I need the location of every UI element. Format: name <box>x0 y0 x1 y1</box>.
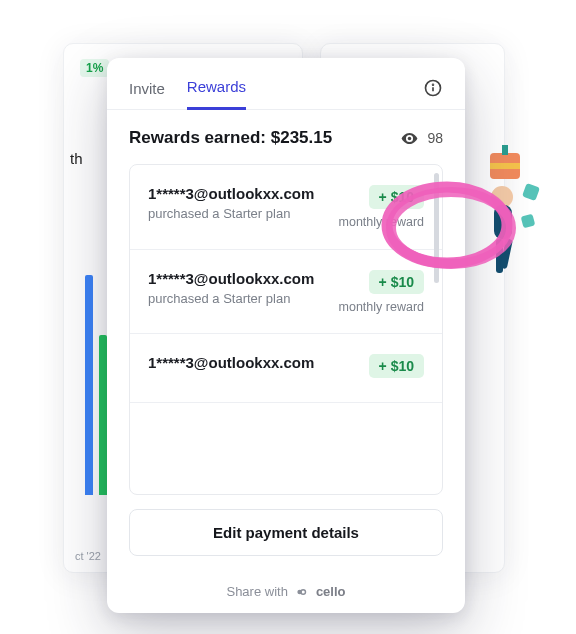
modal-tabs: Invite Rewards <box>107 58 465 110</box>
reward-email: 1*****3@outlookxx.com <box>148 270 314 287</box>
svg-point-12 <box>408 136 411 139</box>
modal-content: Rewards earned: $235.15 98 1*****3@outlo… <box>107 110 465 570</box>
tab-rewards[interactable]: Rewards <box>187 78 246 110</box>
growth-percent-badge: 1% <box>80 59 109 77</box>
rewards-earned-heading: Rewards earned: $235.15 <box>129 128 332 148</box>
reward-row: 1*****3@outlookxx.com purchased a Starte… <box>130 165 442 250</box>
reward-frequency: monthly reward <box>339 300 424 316</box>
svg-rect-8 <box>521 214 536 229</box>
reward-row-left: 1*****3@outlookxx.com purchased a Starte… <box>148 185 314 221</box>
views-count: 98 <box>427 130 443 146</box>
reward-email: 1*****3@outlookxx.com <box>148 354 314 371</box>
edit-payment-details-button[interactable]: Edit payment details <box>129 509 443 556</box>
reward-description: purchased a Starter plan <box>148 206 314 221</box>
reward-email: 1*****3@outlookxx.com <box>148 185 314 202</box>
eye-icon <box>400 129 419 148</box>
reward-row-left: 1*****3@outlookxx.com purchased a Starte… <box>148 270 314 306</box>
reward-description: purchased a Starter plan <box>148 291 314 306</box>
scrollbar-thumb[interactable] <box>434 173 439 283</box>
rewards-modal: Invite Rewards Rewards earned: $235.15 9… <box>107 58 465 613</box>
background-th-label: th <box>70 150 83 167</box>
reward-row-right: + $10 monthly reward <box>339 270 424 316</box>
svg-point-11 <box>433 84 434 85</box>
share-footer[interactable]: Share with cello <box>107 570 465 613</box>
reward-row-right: + $10 <box>369 354 424 384</box>
reward-amount-badge: + $10 <box>369 270 424 294</box>
reward-row-left: 1*****3@outlookxx.com <box>148 354 314 375</box>
share-prefix: Share with <box>226 584 287 599</box>
tab-invite[interactable]: Invite <box>129 80 165 109</box>
share-brand: cello <box>316 584 346 599</box>
rewards-earned-amount: $235.15 <box>271 128 332 147</box>
bar-blue <box>85 275 93 495</box>
rewards-earned-row: Rewards earned: $235.15 98 <box>129 128 443 148</box>
reward-amount-badge: + $10 <box>369 354 424 378</box>
info-icon[interactable] <box>423 78 443 98</box>
reward-frequency: monthly reward <box>339 215 424 231</box>
reward-row-right: + $10 monthly reward <box>339 185 424 231</box>
reward-row: 1*****3@outlookxx.com + $10 <box>130 334 442 403</box>
background-x-axis-label: ct '22 <box>75 550 101 562</box>
rewards-earned-label: Rewards earned: <box>129 128 271 147</box>
svg-point-14 <box>301 589 306 594</box>
bar-green <box>99 335 107 495</box>
rewards-list[interactable]: 1*****3@outlookxx.com purchased a Starte… <box>129 164 443 495</box>
reward-row: 1*****3@outlookxx.com purchased a Starte… <box>130 250 442 335</box>
cello-logo-icon <box>295 585 309 599</box>
views-counter: 98 <box>400 129 443 148</box>
svg-rect-7 <box>522 183 540 201</box>
reward-amount-badge: + $10 <box>369 185 424 209</box>
